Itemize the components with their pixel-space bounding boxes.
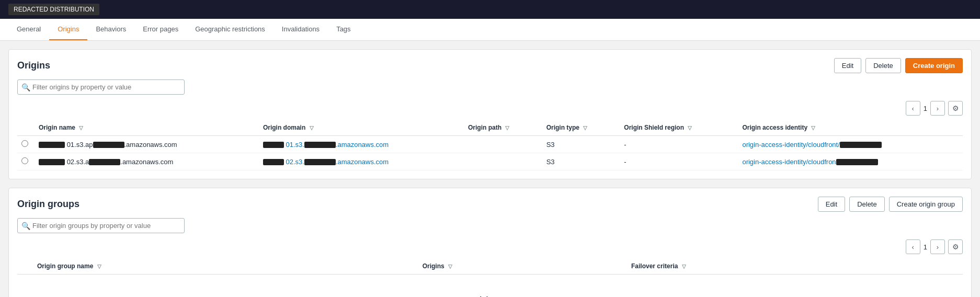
origins-row2-path	[463, 153, 541, 170]
origins-row1-domain-redacted2	[304, 142, 336, 148]
nav-tabs: General Origins Behaviors Error pages Ge…	[0, 19, 980, 41]
origin-groups-search-input[interactable]	[17, 218, 185, 233]
origin-groups-create-button[interactable]: Create origin group	[889, 197, 963, 212]
origins-row2-domain-redacted1	[263, 159, 284, 165]
origins-row1-name-redacted2	[93, 142, 124, 148]
origin-groups-header: Origin groups Edit Delete Create origin …	[17, 197, 963, 212]
origin-groups-settings-button[interactable]: ⚙	[948, 239, 963, 254]
origin-groups-empty-cell: No origin groups You don't have any orig…	[17, 275, 963, 298]
table-row: 01.s3.ap.amazonaws.com 01.s3..amazonaws.…	[17, 136, 963, 153]
origin-groups-col-origins-sort-icon: ▽	[448, 264, 452, 269]
origins-col-domain: Origin domain ▽	[258, 120, 463, 136]
origins-row1-radio-cell[interactable]	[17, 136, 33, 153]
origin-groups-col-failover: Failover criteria ▽	[626, 258, 963, 275]
origins-row2-identity-redacted	[836, 159, 878, 165]
origins-row1-identity-link[interactable]: origin-access-identity/cloudfront/	[742, 141, 881, 148]
origin-groups-prev-button[interactable]: ‹	[906, 239, 920, 254]
origin-groups-col-name-sort-icon: ▽	[97, 264, 101, 269]
tab-general[interactable]: General	[8, 19, 49, 40]
origins-row1-domain: 01.s3..amazonaws.com	[258, 136, 463, 153]
table-row: 02.s3.a.amazonaws.com 02.s3..amazonaws.c…	[17, 153, 963, 170]
distribution-title: REDACTED DISTRIBUTION	[8, 4, 99, 15]
origins-table: Origin name ▽ Origin domain ▽ Origin pat…	[17, 120, 963, 170]
origins-search-box: 🔍	[17, 79, 185, 95]
tab-invalidations[interactable]: Invalidations	[274, 19, 328, 40]
origins-col-path-sort-icon: ▽	[505, 125, 509, 131]
origins-col-shield: Origin Shield region ▽	[619, 120, 737, 136]
tab-origins[interactable]: Origins	[49, 19, 87, 40]
origins-page-number: 1	[924, 105, 927, 112]
origins-delete-button[interactable]: Delete	[865, 58, 901, 73]
origins-row2-radio-cell[interactable]	[17, 153, 33, 170]
origins-col-type: Origin type ▽	[541, 120, 619, 136]
origins-col-identity-sort-icon: ▽	[811, 125, 815, 131]
origins-col-shield-sort-icon: ▽	[688, 125, 692, 131]
origins-col-name: Origin name ▽	[33, 120, 258, 136]
origin-groups-col-failover-sort-icon: ▽	[682, 264, 686, 269]
origin-groups-empty-row: No origin groups You don't have any orig…	[17, 275, 963, 298]
origins-col-name-sort-icon: ▽	[79, 125, 83, 131]
origins-settings-button[interactable]: ⚙	[948, 101, 963, 116]
origins-row2-identity-link[interactable]: origin-access-identity/cloudfron	[742, 158, 878, 166]
tab-error-pages[interactable]: Error pages	[134, 19, 187, 40]
tab-behaviors[interactable]: Behaviors	[87, 19, 134, 40]
origins-row1-path	[463, 136, 541, 153]
origin-groups-actions: Edit Delete Create origin group	[818, 197, 963, 212]
origins-col-identity: Origin access identity ▽	[737, 120, 963, 136]
main-content: Origins Edit Delete Create origin 🔍 ‹ 1 …	[0, 41, 980, 297]
origins-row1-shield: -	[619, 136, 737, 153]
origins-row2-identity: origin-access-identity/cloudfron	[737, 153, 963, 170]
origin-groups-col-name: Origin group name ▽	[32, 258, 417, 275]
origins-row2-name-redacted2	[89, 159, 120, 165]
origins-row2-domain-redacted2	[304, 159, 336, 165]
origins-row1-identity: origin-access-identity/cloudfront/	[737, 136, 963, 153]
origin-groups-title: Origin groups	[17, 199, 79, 210]
origins-next-button[interactable]: ›	[930, 101, 945, 116]
origins-row2-radio[interactable]	[21, 157, 28, 164]
origin-groups-edit-button[interactable]: Edit	[818, 197, 845, 212]
origin-groups-table-header: Origin group name ▽ Origins ▽ Failover c…	[17, 258, 963, 275]
origins-row1-radio[interactable]	[21, 140, 28, 147]
origins-row1-domain-redacted1	[263, 142, 284, 148]
origins-row2-name: 02.s3.a.amazonaws.com	[33, 153, 258, 170]
tab-geo-restrictions[interactable]: Geographic restrictions	[187, 19, 274, 40]
origins-row2-shield: -	[619, 153, 737, 170]
origins-prev-button[interactable]: ‹	[906, 101, 920, 116]
origins-search-input[interactable]	[17, 79, 185, 95]
origins-row1-name: 01.s3.ap.amazonaws.com	[33, 136, 258, 153]
origin-groups-col-origins: Origins ▽	[417, 258, 626, 275]
origins-row1-name-redacted1	[39, 142, 65, 148]
origins-row2-name-redacted1	[39, 159, 65, 165]
origins-edit-button[interactable]: Edit	[834, 58, 861, 73]
tab-tags[interactable]: Tags	[328, 19, 359, 40]
origin-groups-table: Origin group name ▽ Origins ▽ Failover c…	[17, 258, 963, 297]
origins-col-type-sort-icon: ▽	[583, 125, 587, 131]
origins-row1-domain-link[interactable]: 01.s3..amazonaws.com	[263, 141, 389, 148]
origin-groups-search-box: 🔍	[17, 218, 185, 233]
origin-groups-search-icon: 🔍	[21, 222, 30, 230]
origins-col-domain-sort-icon: ▽	[310, 125, 314, 131]
origin-groups-pagination-row: ‹ 1 › ⚙	[17, 239, 963, 254]
top-bar: REDACTED DISTRIBUTION	[0, 0, 980, 19]
origins-pagination-row: ‹ 1 › ⚙	[17, 101, 963, 116]
origins-table-header: Origin name ▽ Origin domain ▽ Origin pat…	[17, 120, 963, 136]
origin-groups-col-select	[17, 258, 32, 275]
origins-search-icon: 🔍	[21, 83, 30, 92]
origins-row2-type: S3	[541, 153, 619, 170]
origins-row2-domain-link[interactable]: 02.s3..amazonaws.com	[263, 158, 389, 166]
origin-groups-delete-button[interactable]: Delete	[849, 197, 885, 212]
origins-section: Origins Edit Delete Create origin 🔍 ‹ 1 …	[8, 49, 972, 179]
origins-create-button[interactable]: Create origin	[905, 58, 963, 73]
origins-col-path: Origin path ▽	[463, 120, 541, 136]
origins-header: Origins Edit Delete Create origin	[17, 58, 963, 73]
origins-actions: Edit Delete Create origin	[834, 58, 963, 73]
origin-groups-page-number: 1	[924, 243, 927, 251]
origins-row1-identity-redacted	[840, 142, 882, 148]
origin-groups-section: Origin groups Edit Delete Create origin …	[8, 188, 972, 297]
origins-col-select	[17, 120, 33, 136]
origins-title: Origins	[17, 60, 50, 71]
origin-groups-empty-state: No origin groups You don't have any orig…	[22, 279, 958, 297]
origins-row2-domain: 02.s3..amazonaws.com	[258, 153, 463, 170]
origins-row1-type: S3	[541, 136, 619, 153]
origin-groups-next-button[interactable]: ›	[930, 239, 945, 254]
